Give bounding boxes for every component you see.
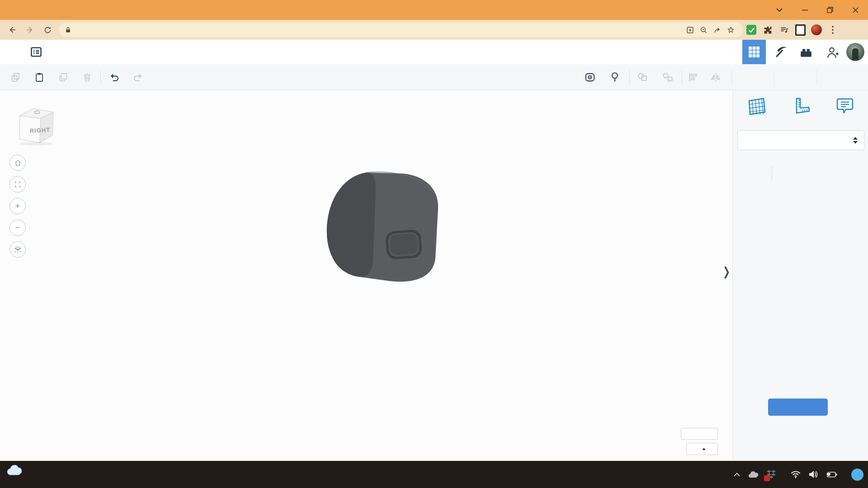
shapes-panel — [732, 90, 868, 461]
shape-filter-tabs — [771, 166, 773, 181]
panel-collapse-handle[interactable]: ❭ — [722, 265, 731, 279]
tinkercad-header — [0, 40, 868, 65]
browser-tab-strip — [0, 0, 868, 20]
dark-square-extension-icon[interactable] — [793, 22, 808, 38]
tab-search-chevron-icon[interactable] — [767, 0, 792, 20]
invite-person-icon[interactable] — [826, 46, 839, 61]
more-shapes-button[interactable] — [768, 399, 828, 416]
maximize-button[interactable] — [817, 0, 843, 20]
screen: RIGHT + − ❭ — [0, 0, 868, 488]
cloud-icon — [5, 464, 22, 476]
3d-design-mode-button[interactable] — [742, 40, 766, 64]
paste-icon[interactable] — [32, 70, 47, 85]
window-controls — [767, 0, 868, 20]
reload-button[interactable] — [40, 22, 55, 38]
lock-icon — [65, 26, 71, 34]
edit-toolbar — [0, 64, 868, 90]
perspective-toggle-button[interactable] — [9, 241, 26, 258]
onedrive-icon[interactable] — [747, 470, 759, 479]
view-cube[interactable]: RIGHT — [14, 102, 57, 145]
dropbox-badge — [764, 475, 770, 481]
bookmark-star-icon[interactable] — [724, 23, 737, 37]
tray-chevron-icon[interactable] — [733, 472, 741, 477]
view-cube-label: RIGHT — [29, 127, 50, 134]
edit-grid-button[interactable] — [681, 428, 718, 440]
duplicate-icon[interactable] — [56, 70, 71, 85]
wifi-icon[interactable] — [790, 470, 801, 479]
workplane-tool-icon[interactable] — [745, 96, 767, 117]
ruler-tool-icon[interactable] — [790, 96, 811, 117]
3d-viewport[interactable]: RIGHT + − ❭ — [0, 90, 732, 461]
dropdown-up-icon — [702, 448, 706, 450]
3d-object[interactable] — [322, 170, 446, 285]
copy-icon[interactable] — [8, 70, 24, 85]
browser-menu-kebab-icon[interactable] — [825, 22, 840, 38]
reading-list-extension-icon[interactable] — [776, 22, 792, 38]
share-icon[interactable] — [710, 23, 724, 37]
mirror-icon[interactable] — [708, 70, 723, 85]
group-icon[interactable] — [635, 70, 650, 85]
zoom-page-icon[interactable] — [697, 23, 710, 37]
account-avatar[interactable] — [846, 43, 864, 61]
lightbulb-icon[interactable] — [607, 70, 623, 85]
dropbox-icon[interactable] — [766, 469, 777, 480]
align-icon[interactable] — [685, 70, 701, 85]
url-bar[interactable] — [59, 23, 743, 37]
back-button[interactable] — [5, 22, 20, 38]
redo-icon[interactable] — [130, 70, 146, 85]
brick-export-icon[interactable] — [799, 46, 813, 61]
close-window-button[interactable] — [843, 0, 868, 20]
forward-button[interactable] — [22, 22, 38, 38]
minecraft-export-pickaxe-icon[interactable] — [774, 46, 788, 61]
shape-category-dropdown[interactable] — [737, 130, 864, 150]
dropdown-stepper-icon — [853, 137, 858, 144]
battery-charging-icon[interactable] — [826, 470, 838, 479]
system-tray — [733, 461, 863, 488]
design-menu-icon[interactable] — [30, 46, 42, 60]
checkmark-extension-icon[interactable] — [744, 22, 759, 38]
browser-toolbar — [0, 20, 868, 40]
zoom-out-button[interactable]: − — [9, 220, 26, 236]
notes-tool-icon[interactable] — [834, 96, 856, 117]
delete-icon[interactable] — [80, 70, 95, 85]
volume-icon[interactable] — [808, 470, 819, 479]
windows-taskbar — [0, 461, 868, 488]
save-page-icon[interactable] — [683, 23, 697, 37]
show-all-icon[interactable] — [582, 70, 598, 85]
snap-grid-select[interactable] — [686, 443, 718, 455]
fit-view-button[interactable] — [9, 176, 26, 192]
minimize-button[interactable] — [792, 0, 817, 20]
undo-icon[interactable] — [107, 70, 122, 85]
notification-badge[interactable] — [851, 469, 863, 481]
view-controls: + − — [9, 155, 26, 258]
profile-avatar[interactable] — [809, 22, 824, 38]
extensions-puzzle-icon[interactable] — [760, 22, 775, 38]
ungroup-icon[interactable] — [660, 70, 675, 85]
home-view-button[interactable] — [9, 155, 26, 171]
zoom-in-button[interactable]: + — [9, 198, 26, 214]
weather-widget[interactable] — [5, 464, 26, 476]
tinkercad-logo[interactable] — [3, 42, 23, 62]
